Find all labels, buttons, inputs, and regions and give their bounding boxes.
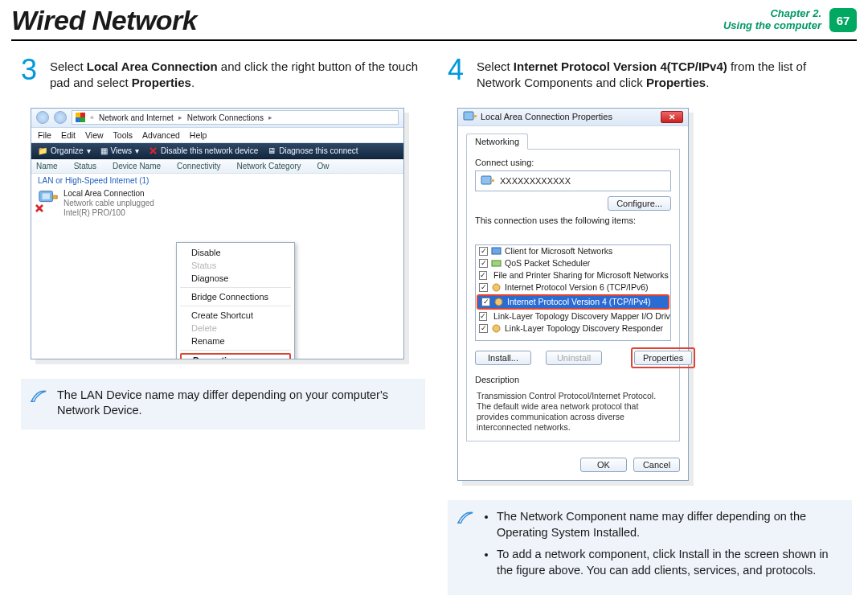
network-icon — [463, 110, 477, 123]
context-menu: Disable Status Diagnose Bridge Connectio… — [176, 242, 295, 359]
svg-rect-4 — [473, 115, 477, 117]
checkbox-icon[interactable]: ✓ — [481, 298, 490, 306]
list-item[interactable]: ✓ Client for Microsoft Networks — [476, 245, 670, 257]
lan-group-label: LAN or High-Speed Internet (1) — [31, 174, 403, 187]
checkbox-icon[interactable]: ✓ — [479, 283, 488, 292]
col-category[interactable]: Network Category — [237, 162, 317, 170]
svg-rect-2 — [53, 195, 58, 199]
col-status[interactable]: Status — [74, 162, 113, 170]
adapter-field: XXXXXXXXXXXX — [475, 170, 671, 191]
dialog-title: Local Area Connection Properties — [481, 112, 612, 121]
breadcrumb-seg2: Network Connections — [187, 113, 264, 122]
column-headers: Name Status Device Name Connectivity Net… — [31, 159, 403, 174]
install-button[interactable]: Install... — [475, 351, 531, 365]
list-item[interactable]: ✓ Link-Layer Topology Discovery Responde… — [476, 322, 670, 335]
svg-rect-8 — [492, 261, 501, 266]
menu-bar: File Edit View Tools Advanced Help — [31, 128, 403, 143]
col-devicename[interactable]: Device Name — [113, 162, 177, 170]
disable-device-button[interactable]: Disable this network device — [149, 146, 258, 155]
col-name[interactable]: Name — [36, 162, 74, 170]
chevron-right-icon: ▸ — [267, 113, 274, 121]
ctx-properties[interactable]: Properties — [180, 353, 291, 359]
nav-back-button[interactable] — [36, 111, 49, 124]
ctx-diagnose[interactable]: Diagnose — [177, 272, 294, 285]
svg-rect-6 — [491, 179, 494, 182]
diagnose-button[interactable]: 🖥 Diagnose this connect — [268, 146, 358, 155]
uninstall-button: Uninstall — [546, 351, 602, 365]
checkbox-icon[interactable]: ✓ — [479, 259, 488, 268]
step-number-4: 4 — [448, 55, 470, 92]
views-button[interactable]: ▦ Views ▾ — [100, 146, 140, 155]
organize-button[interactable]: 📁 Organize ▾ — [38, 146, 91, 155]
nav-forward-button[interactable] — [54, 111, 67, 124]
ctx-bridge[interactable]: Bridge Connections — [177, 290, 294, 303]
note-icon — [30, 388, 47, 419]
items-listbox[interactable]: ✓ Client for Microsoft Networks ✓ QoS Pa… — [475, 244, 671, 341]
connect-using-label: Connect using: — [475, 158, 671, 167]
items-label: This connection uses the following items… — [475, 211, 671, 225]
description-label: Description — [475, 375, 671, 384]
menu-view[interactable]: View — [85, 130, 104, 140]
list-item-selected[interactable]: ✓ Internet Protocol Version 4 (TCP/IPv4) — [478, 296, 668, 308]
ok-button[interactable]: OK — [580, 458, 627, 472]
note-2-bullet-2: To add a network component, click Instal… — [497, 547, 840, 578]
menu-edit[interactable]: Edit — [61, 130, 76, 140]
description-group: Description Transmission Control Protoco… — [475, 375, 671, 433]
ctx-shortcut[interactable]: Create Shortcut — [177, 309, 294, 322]
ctx-rename[interactable]: Rename — [177, 335, 294, 347]
connection-status: Network cable unplugged — [63, 199, 154, 208]
step-3-text: Select Local Area Connection and click t… — [50, 55, 425, 92]
qos-icon — [491, 258, 502, 269]
note-2-list: The Network Component name may differ de… — [484, 509, 840, 585]
page-title: Wired Network — [11, 5, 197, 36]
chevron-right-icon: ▸ — [177, 113, 184, 121]
breadcrumb-seg1: Network and Internet — [99, 113, 174, 122]
breadcrumb[interactable]: « Network and Internet ▸ Network Connect… — [72, 110, 399, 125]
col-connectivity[interactable]: Connectivity — [177, 162, 236, 170]
svg-point-13 — [493, 325, 500, 332]
chevron-right-icon: « — [88, 113, 96, 121]
checkbox-icon[interactable]: ✓ — [479, 247, 488, 256]
checkbox-icon[interactable]: ✓ — [479, 324, 488, 333]
note-icon — [457, 509, 474, 585]
dialog-buttons: OK Cancel — [458, 450, 688, 480]
tab-networking[interactable]: Networking — [466, 133, 528, 150]
list-item[interactable]: ✓ Internet Protocol Version 6 (TCP/IPv6) — [476, 281, 670, 294]
menu-help[interactable]: Help — [190, 130, 207, 140]
page-number-badge: 67 — [829, 8, 857, 32]
note-box-1: The LAN Device name may differ depending… — [21, 379, 425, 429]
step-number-3: 3 — [21, 55, 43, 92]
checkbox-icon[interactable]: ✓ — [479, 312, 487, 321]
svg-rect-3 — [464, 112, 473, 120]
protocol-icon — [491, 282, 502, 293]
chapter-line2: Using the computer — [723, 20, 821, 32]
svg-rect-5 — [481, 176, 491, 184]
chapter-info: Chapter 2. Using the computer 67 — [723, 8, 857, 32]
configure-button[interactable]: Configure... — [608, 196, 671, 211]
col-owner[interactable]: Ow — [317, 162, 346, 170]
connection-row[interactable]: Local Area Connection Network cable unpl… — [31, 187, 403, 220]
menu-tools[interactable]: Tools — [113, 130, 133, 140]
menu-file[interactable]: File — [38, 130, 51, 140]
connection-properties-dialog: Local Area Connection Properties ✕ Netwo… — [457, 108, 689, 482]
connection-text: Local Area Connection Network cable unpl… — [63, 189, 154, 218]
note-1-text: The LAN Device name may differ depending… — [57, 388, 413, 419]
list-item[interactable]: ✓ File and Printer Sharing for Microsoft… — [476, 269, 670, 281]
x-icon — [149, 146, 158, 155]
dialog-titlebar: Local Area Connection Properties ✕ — [458, 109, 688, 126]
command-bar: 📁 Organize ▾ ▦ Views ▾ Disable this netw… — [31, 143, 403, 159]
svg-rect-1 — [43, 193, 50, 199]
protocol-icon — [491, 323, 502, 334]
checkbox-icon[interactable]: ✓ — [479, 271, 487, 280]
list-item[interactable]: ✓ Link-Layer Topology Discovery Mapper I… — [476, 310, 670, 322]
properties-button[interactable]: Properties — [634, 351, 692, 365]
close-button[interactable]: ✕ — [661, 111, 683, 123]
list-item[interactable]: ✓ QoS Packet Scheduler — [476, 257, 670, 269]
chapter-line1: Chapter 2. — [723, 8, 821, 20]
menu-advanced[interactable]: Advanced — [142, 130, 180, 140]
window-addressbar: « Network and Internet ▸ Network Connect… — [31, 109, 403, 128]
highlight-frame: Properties — [631, 347, 695, 368]
ctx-disable[interactable]: Disable — [177, 246, 294, 259]
ctx-status: Status — [177, 259, 294, 272]
cancel-button[interactable]: Cancel — [633, 458, 680, 472]
